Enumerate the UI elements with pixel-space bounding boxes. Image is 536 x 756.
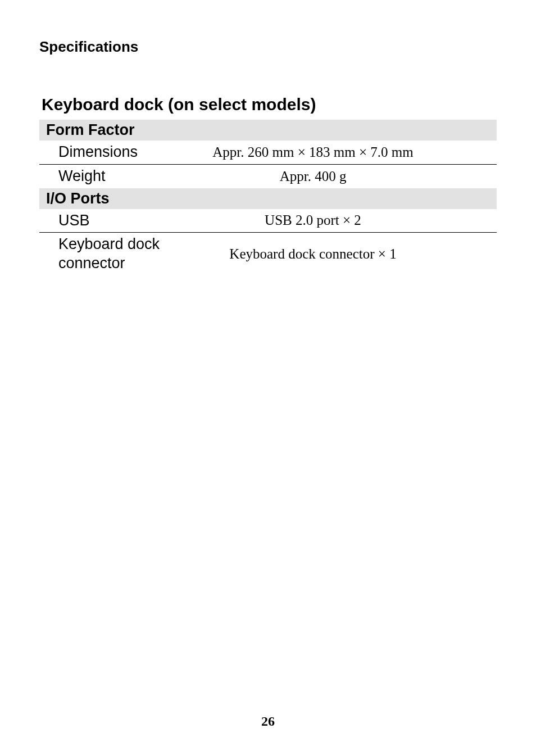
spec-label: Keyboard dock connector (39, 233, 169, 275)
group-label: I/O Ports (39, 188, 497, 209)
group-label: Form Factor (39, 120, 497, 141)
spec-label: Weight (39, 164, 169, 188)
spec-value: Appr. 400 g (169, 164, 497, 188)
table-row: USB USB 2.0 port × 2 (39, 209, 497, 233)
table-row: Keyboard dock connector Keyboard dock co… (39, 233, 497, 275)
page-container: Specifications Keyboard dock (on select … (0, 0, 536, 756)
table-row: Dimensions Appr. 260 mm × 183 mm × 7.0 m… (39, 141, 497, 164)
page-header: Specifications (39, 38, 497, 56)
section-title: Keyboard dock (on select models) (39, 95, 497, 114)
group-row-io-ports: I/O Ports (39, 188, 497, 209)
spec-label: Dimensions (39, 141, 169, 164)
page-number: 26 (0, 714, 536, 729)
spec-value: USB 2.0 port × 2 (169, 209, 497, 233)
table-row: Weight Appr. 400 g (39, 164, 497, 188)
spec-label: USB (39, 209, 169, 233)
specifications-table: Form Factor Dimensions Appr. 260 mm × 18… (39, 120, 497, 275)
spec-value: Keyboard dock connector × 1 (169, 233, 497, 275)
group-row-form-factor: Form Factor (39, 120, 497, 141)
spec-value: Appr. 260 mm × 183 mm × 7.0 mm (169, 141, 497, 164)
